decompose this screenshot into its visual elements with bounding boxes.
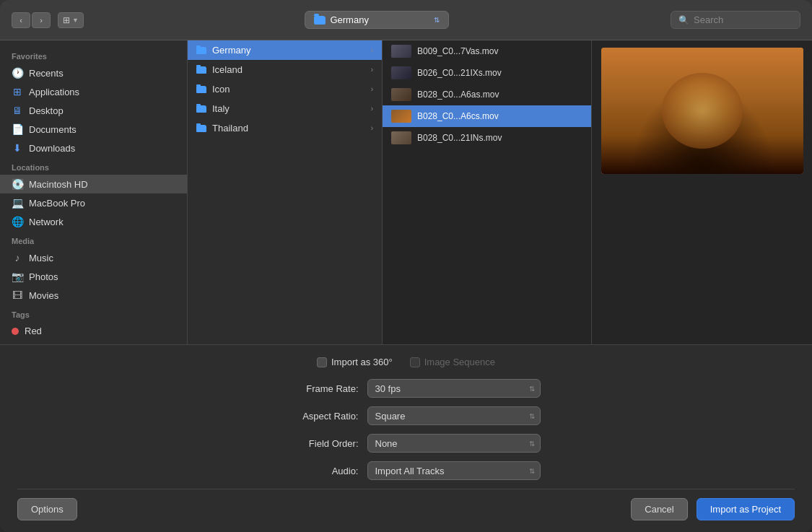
- hd-icon: 💽: [12, 178, 23, 190]
- file-item-5[interactable]: B028_C0...21INs.mov: [383, 127, 591, 149]
- sidebar-item-photos[interactable]: 📷 Photos: [0, 267, 187, 286]
- media-label: Media: [0, 231, 187, 248]
- options-button[interactable]: Options: [17, 498, 77, 520]
- main-content: Favorites 🕐 Recents ⊞ Applications 🖥 Des…: [0, 40, 812, 344]
- folder-icon: [196, 47, 206, 54]
- frame-rate-label: Frame Rate:: [272, 383, 359, 394]
- cancel-button[interactable]: Cancel: [631, 498, 687, 520]
- file-thumbnail: [391, 131, 411, 144]
- favorites-label: Favorites: [0, 46, 187, 64]
- location-chevron-icon: ⇅: [434, 16, 440, 24]
- music-icon: ♪: [12, 252, 23, 263]
- sidebar-item-label: Movies: [29, 290, 58, 301]
- audio-select[interactable]: Import All Tracks Stereo None: [367, 461, 541, 480]
- folder-item-italy[interactable]: Italy ›: [188, 99, 382, 118]
- macbook-icon: 💻: [12, 197, 23, 209]
- field-order-select-wrap: None Upper First Lower First: [367, 434, 541, 453]
- view-mode-button[interactable]: ⊞ ▼: [58, 12, 84, 28]
- file-item-2[interactable]: B026_C0...21IXs.mov: [383, 62, 591, 84]
- location-label: Germany: [330, 14, 368, 25]
- network-icon: 🌐: [12, 216, 23, 227]
- preview-image: [601, 48, 803, 174]
- sidebar-item-recents[interactable]: 🕐 Recents: [0, 64, 187, 82]
- audio-row: Audio: Import All Tracks Stereo None: [17, 461, 795, 480]
- toolbar: ‹ › ⊞ ▼ Germany ⇅ 🔍: [0, 0, 812, 40]
- sidebar-item-label: Network: [29, 217, 64, 227]
- folder-icon: [314, 16, 326, 25]
- file-item-3[interactable]: B028_C0...A6as.mov: [383, 84, 591, 105]
- sidebar-item-desktop[interactable]: 🖥 Desktop: [0, 101, 187, 120]
- folder-label: Germany: [212, 45, 250, 56]
- location-dropdown[interactable]: Germany ⇅: [305, 11, 449, 29]
- aspect-ratio-row: Aspect Ratio: Square 16:9 4:3: [17, 406, 795, 425]
- tags-label: Tags: [0, 305, 187, 322]
- sidebar-item-label: Applications: [29, 87, 79, 97]
- chevron-right-icon: ›: [371, 85, 373, 93]
- checkbox-control[interactable]: [317, 357, 327, 367]
- sidebar-item-music[interactable]: ♪ Music: [0, 248, 187, 267]
- audio-select-wrap: Import All Tracks Stereo None: [367, 461, 541, 480]
- frame-rate-select-wrap: 30 fps 24 fps 25 fps 60 fps: [367, 379, 541, 398]
- location-bar: Germany ⇅: [91, 11, 663, 29]
- file-item-1[interactable]: B009_C0...7Vas.mov: [383, 40, 591, 62]
- sidebar-item-network[interactable]: 🌐 Network: [0, 212, 187, 231]
- sidebar-item-macbook-pro[interactable]: 💻 MacBook Pro: [0, 193, 187, 212]
- files-panel: B009_C0...7Vas.mov B026_C0...21IXs.mov B…: [383, 40, 592, 344]
- sidebar-item-label: MacBook Pro: [29, 198, 85, 209]
- folder-label: Italy: [212, 103, 230, 114]
- search-input[interactable]: [694, 14, 793, 25]
- documents-icon: 📄: [12, 123, 23, 135]
- downloads-icon: ⬇: [12, 142, 23, 154]
- forward-button[interactable]: ›: [32, 12, 51, 28]
- sidebar-item-applications[interactable]: ⊞ Applications: [0, 82, 187, 101]
- audio-label: Audio:: [272, 466, 359, 476]
- import360-label: Import as 360°: [331, 357, 393, 367]
- mid-buttons: Cancel Import as Project: [631, 498, 795, 520]
- import360-checkbox[interactable]: Import as 360°: [317, 357, 393, 367]
- sidebar-item-macintosh-hd[interactable]: 💽 Macintosh HD: [0, 175, 187, 193]
- sidebar-item-label: Recents: [29, 68, 64, 79]
- field-order-label: Field Order:: [272, 438, 359, 449]
- sidebar-item-label: Red: [25, 326, 42, 336]
- sidebar-item-movies[interactable]: 🎞 Movies: [0, 286, 187, 305]
- locations-label: Locations: [0, 157, 187, 175]
- file-browser: Germany › Iceland › Icon › Italy ›: [188, 40, 812, 344]
- file-label: B026_C0...21IXs.mov: [417, 68, 502, 78]
- preview-panel: [592, 40, 812, 344]
- field-order-select[interactable]: None Upper First Lower First: [367, 434, 541, 453]
- file-item-4[interactable]: B028_C0...A6cs.mov: [383, 105, 591, 127]
- chevron-right-icon: ›: [371, 46, 373, 54]
- folder-label: Icon: [212, 84, 230, 95]
- image-sequence-label: Image Sequence: [424, 357, 495, 367]
- folder-item-thailand[interactable]: Thailand ›: [188, 118, 382, 138]
- field-order-row: Field Order: None Upper First Lower Firs…: [17, 434, 795, 453]
- folder-label: Iceland: [212, 64, 243, 75]
- import-project-button[interactable]: Import as Project: [697, 498, 795, 520]
- file-label: B028_C0...21INs.mov: [417, 133, 502, 143]
- buttons-row: Options Cancel Import as Project: [17, 489, 795, 520]
- folder-icon: [196, 125, 206, 132]
- sidebar-item-downloads[interactable]: ⬇ Downloads: [0, 139, 187, 157]
- checkboxes-row: Import as 360° Image Sequence: [17, 357, 795, 367]
- folder-panel: Germany › Iceland › Icon › Italy ›: [188, 40, 383, 344]
- red-tag-icon: [12, 328, 19, 335]
- sidebar-item-label: Desktop: [29, 105, 64, 116]
- folder-item-germany[interactable]: Germany ›: [188, 40, 382, 60]
- folder-item-icon[interactable]: Icon ›: [188, 79, 382, 99]
- recents-icon: 🕐: [12, 67, 23, 79]
- import-options: Import as 360° Image Sequence Frame Rate…: [17, 357, 795, 480]
- frame-rate-select[interactable]: 30 fps 24 fps 25 fps 60 fps: [367, 379, 541, 398]
- search-box: 🔍: [671, 11, 800, 29]
- sidebar-item-documents[interactable]: 📄 Documents: [0, 120, 187, 139]
- sidebar-item-label: Music: [29, 253, 53, 263]
- back-button[interactable]: ‹: [12, 12, 30, 28]
- import-dialog: ‹ › ⊞ ▼ Germany ⇅ 🔍 Favorites �: [0, 0, 812, 532]
- aspect-ratio-select-wrap: Square 16:9 4:3: [367, 406, 541, 425]
- folder-item-iceland[interactable]: Iceland ›: [188, 60, 382, 79]
- aspect-ratio-select[interactable]: Square 16:9 4:3: [367, 406, 541, 425]
- file-thumbnail: [391, 66, 411, 79]
- sidebar-item-red[interactable]: Red: [0, 322, 187, 340]
- bottom-panel: Import as 360° Image Sequence Frame Rate…: [0, 344, 812, 532]
- folder-icon: [196, 66, 206, 74]
- nav-buttons: ‹ ›: [12, 12, 51, 28]
